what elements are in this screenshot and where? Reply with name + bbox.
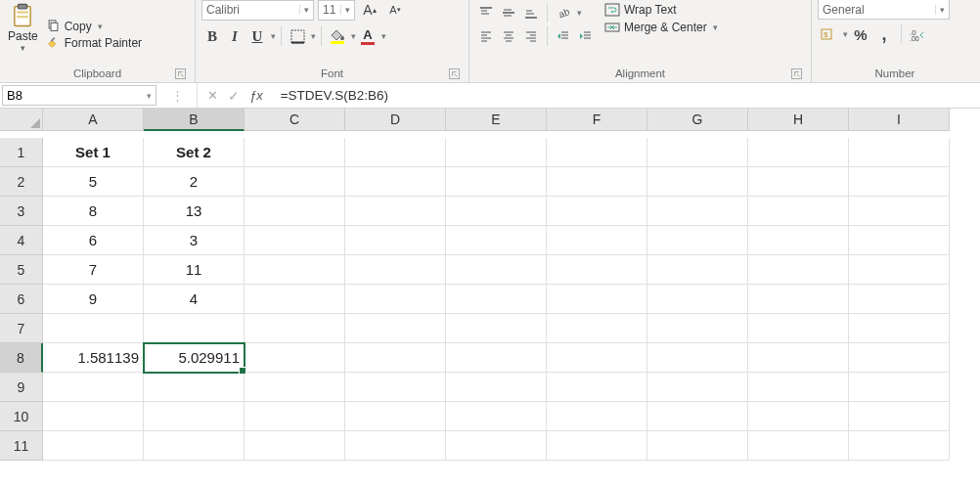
cell-B1[interactable]: Set 2 bbox=[144, 138, 245, 167]
cell-E5[interactable] bbox=[446, 255, 547, 285]
cell-E8[interactable] bbox=[446, 343, 547, 373]
fill-color-button[interactable] bbox=[327, 29, 348, 44]
wrap-text-button[interactable]: Wrap Text bbox=[604, 2, 718, 18]
increase-decimal-button[interactable]: .0.00 bbox=[908, 23, 929, 45]
alignment-expander[interactable] bbox=[791, 68, 802, 79]
cell-F7[interactable] bbox=[547, 314, 647, 343]
cell-B11[interactable] bbox=[144, 431, 245, 461]
cell-H10[interactable] bbox=[748, 402, 849, 431]
cell-D11[interactable] bbox=[345, 431, 446, 461]
row-header-5[interactable]: 5 bbox=[0, 255, 43, 285]
cell-A8[interactable]: 1.581139 bbox=[43, 343, 144, 373]
font-color-button[interactable]: A bbox=[357, 27, 379, 45]
column-header-C[interactable]: C bbox=[245, 109, 345, 131]
row-header-11[interactable]: 11 bbox=[0, 431, 43, 461]
cell-H2[interactable] bbox=[748, 167, 849, 197]
font-expander[interactable] bbox=[449, 68, 460, 79]
cell-B2[interactable]: 2 bbox=[144, 167, 245, 197]
chevron-down-icon[interactable]: ▾ bbox=[147, 91, 152, 101]
font-name-combo[interactable]: Calibri▾ bbox=[201, 0, 314, 21]
cell-F8[interactable] bbox=[547, 343, 647, 373]
cell-H3[interactable] bbox=[748, 197, 849, 226]
format-painter-button[interactable]: Format Painter bbox=[46, 35, 142, 50]
cell-H9[interactable] bbox=[748, 373, 849, 402]
cell-C8[interactable] bbox=[245, 343, 345, 373]
cell-E4[interactable] bbox=[446, 226, 547, 255]
row-header-7[interactable]: 7 bbox=[0, 314, 43, 343]
cell-C2[interactable] bbox=[245, 167, 345, 197]
cell-D3[interactable] bbox=[345, 197, 446, 226]
cell-F3[interactable] bbox=[547, 197, 647, 226]
row-header-1[interactable]: 1 bbox=[0, 138, 43, 167]
paste-button[interactable]: Paste ▾ bbox=[6, 2, 40, 53]
chevron-down-icon[interactable]: ▾ bbox=[843, 29, 848, 39]
cell-C9[interactable] bbox=[245, 373, 345, 402]
cell-D9[interactable] bbox=[345, 373, 446, 402]
enter-icon[interactable]: ✓ bbox=[228, 88, 240, 104]
chevron-down-icon[interactable]: ▾ bbox=[381, 31, 386, 41]
spreadsheet-grid[interactable]: ABCDEFGHI1Set 1Set 225238134635711694781… bbox=[0, 109, 980, 461]
cell-E10[interactable] bbox=[446, 402, 547, 431]
cell-H6[interactable] bbox=[748, 285, 849, 314]
cell-E9[interactable] bbox=[446, 373, 547, 402]
cell-D7[interactable] bbox=[345, 314, 446, 343]
cell-D5[interactable] bbox=[345, 255, 446, 285]
column-header-G[interactable]: G bbox=[647, 109, 748, 131]
cell-G8[interactable] bbox=[647, 343, 748, 373]
cell-B10[interactable] bbox=[144, 402, 245, 431]
cell-D10[interactable] bbox=[345, 402, 446, 431]
cell-F5[interactable] bbox=[547, 255, 647, 285]
cell-G11[interactable] bbox=[647, 431, 748, 461]
cell-C3[interactable] bbox=[245, 197, 345, 226]
column-header-F[interactable]: F bbox=[547, 109, 647, 131]
select-all-corner[interactable] bbox=[0, 109, 43, 131]
name-box[interactable]: B8 ▾ bbox=[2, 85, 156, 106]
cell-A11[interactable] bbox=[43, 431, 144, 461]
chevron-down-icon[interactable]: ▾ bbox=[577, 8, 582, 18]
cell-B3[interactable]: 13 bbox=[144, 197, 245, 226]
column-header-H[interactable]: H bbox=[748, 109, 849, 131]
cell-B9[interactable] bbox=[144, 373, 245, 402]
cell-A3[interactable]: 8 bbox=[43, 197, 144, 226]
chevron-down-icon[interactable]: ▾ bbox=[713, 22, 718, 32]
cell-C7[interactable] bbox=[245, 314, 345, 343]
shrink-font-button[interactable]: A▾ bbox=[384, 0, 406, 21]
chevron-down-icon[interactable]: ▾ bbox=[311, 31, 316, 41]
cell-D2[interactable] bbox=[345, 167, 446, 197]
row-header-10[interactable]: 10 bbox=[0, 402, 43, 431]
cell-H1[interactable] bbox=[748, 138, 849, 167]
cell-B6[interactable]: 4 bbox=[144, 285, 245, 314]
chevron-down-icon[interactable]: ▾ bbox=[351, 31, 356, 41]
cell-D4[interactable] bbox=[345, 226, 446, 255]
cell-A4[interactable]: 6 bbox=[43, 226, 144, 255]
column-header-E[interactable]: E bbox=[446, 109, 547, 131]
column-header-B[interactable]: B bbox=[144, 109, 245, 131]
cell-D1[interactable] bbox=[345, 138, 446, 167]
row-header-2[interactable]: 2 bbox=[0, 167, 43, 197]
copy-button[interactable]: Copy ▾ bbox=[46, 19, 142, 33]
cell-H8[interactable] bbox=[748, 343, 849, 373]
borders-button[interactable] bbox=[287, 25, 308, 47]
cell-E11[interactable] bbox=[446, 431, 547, 461]
cell-F11[interactable] bbox=[547, 431, 647, 461]
cell-H4[interactable] bbox=[748, 226, 849, 255]
cell-E7[interactable] bbox=[446, 314, 547, 343]
cell-I9[interactable] bbox=[849, 373, 950, 402]
cell-A7[interactable] bbox=[43, 314, 144, 343]
cell-I3[interactable] bbox=[849, 197, 950, 226]
align-right-button[interactable] bbox=[520, 25, 542, 47]
cell-A10[interactable] bbox=[43, 402, 144, 431]
row-header-8[interactable]: 8 bbox=[0, 343, 43, 373]
cell-I2[interactable] bbox=[849, 167, 950, 197]
cell-F10[interactable] bbox=[547, 402, 647, 431]
cell-C10[interactable] bbox=[245, 402, 345, 431]
cell-H7[interactable] bbox=[748, 314, 849, 343]
chevron-down-icon[interactable]: ▾ bbox=[98, 22, 103, 31]
formula-input[interactable]: =STDEV.S(B2:B6) bbox=[273, 83, 980, 108]
cell-C6[interactable] bbox=[245, 285, 345, 314]
cell-A5[interactable]: 7 bbox=[43, 255, 144, 285]
cell-F9[interactable] bbox=[547, 373, 647, 402]
column-header-D[interactable]: D bbox=[345, 109, 446, 131]
cell-F6[interactable] bbox=[547, 285, 647, 314]
cell-C5[interactable] bbox=[245, 255, 345, 285]
